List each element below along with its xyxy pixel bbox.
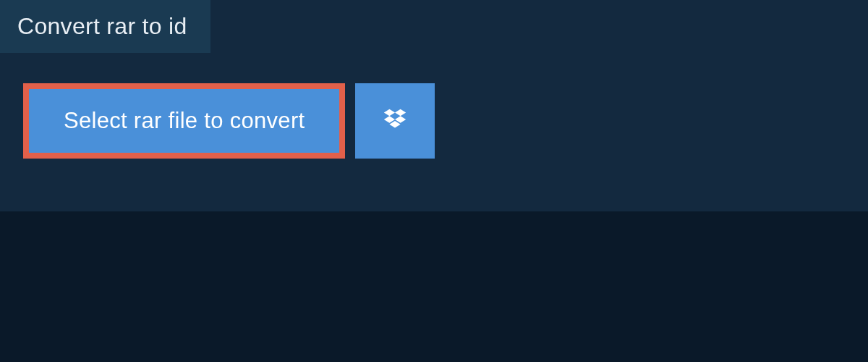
select-file-button[interactable]: Select rar file to convert <box>29 89 339 153</box>
select-file-highlight: Select rar file to convert <box>23 83 345 159</box>
dropbox-icon <box>381 106 409 136</box>
dropbox-button[interactable] <box>355 83 435 159</box>
select-file-label: Select rar file to convert <box>64 108 305 133</box>
content-area: Select rar file to convert <box>0 53 868 189</box>
converter-panel: Convert rar to id Select rar file to con… <box>0 0 868 211</box>
tab-title: Convert rar to id <box>17 13 187 39</box>
tab-convert[interactable]: Convert rar to id <box>0 0 210 53</box>
